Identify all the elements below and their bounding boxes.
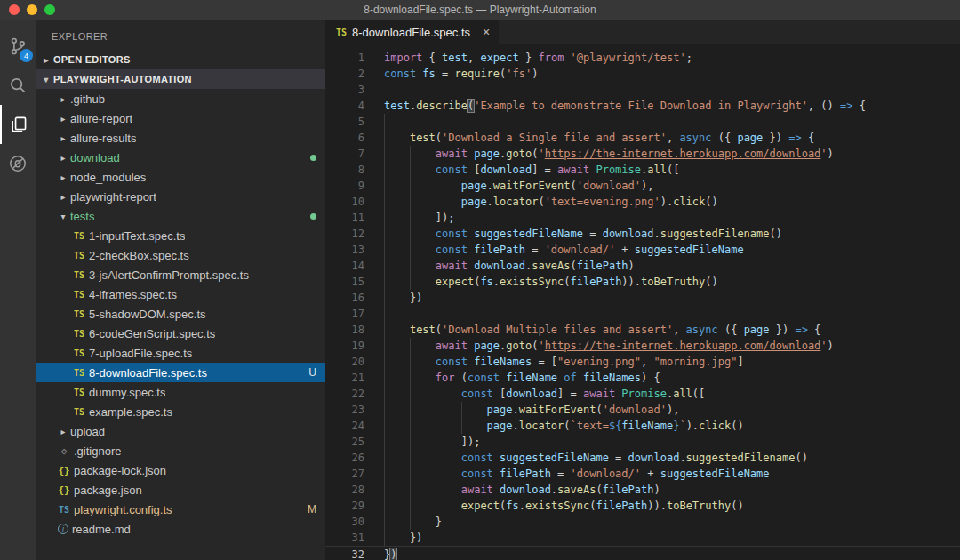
indent-guide bbox=[410, 514, 411, 530]
tree-item-allure-report[interactable]: ▸allure-report bbox=[36, 108, 325, 128]
tree-item-8-downloadfile-spec-ts[interactable]: TS8-downloadFile.spec.tsU bbox=[36, 363, 325, 382]
code-line-24[interactable]: 24 page.locator(`text=${fileName}`).clic… bbox=[325, 418, 960, 434]
code-line-25[interactable]: 25 ]); bbox=[325, 434, 960, 450]
tree-item-1-inputtext-spec-ts[interactable]: TS1-inputText.spec.ts bbox=[36, 226, 325, 245]
tree-item-3-jsalertconfirmprompt-spec-ts[interactable]: TS3-jsAlertConfirmPrompt.spec.ts bbox=[36, 265, 325, 284]
code-line-15[interactable]: 15 expect(fs.existsSync(filePath)).toBeT… bbox=[325, 274, 960, 290]
item-label: 4-iframes.spec.ts bbox=[89, 288, 177, 301]
indent-guide bbox=[384, 146, 385, 162]
line-content: const fs = require('fs') bbox=[384, 66, 960, 82]
code-line-16[interactable]: 16 }) bbox=[325, 290, 960, 306]
indent-guide bbox=[410, 242, 411, 258]
line-number: 15 bbox=[325, 274, 364, 290]
item-label: 3-jsAlertConfirmPrompt.spec.ts bbox=[89, 268, 249, 282]
code-line-32[interactable]: 32}) bbox=[325, 546, 960, 560]
line-content: await download.saveAs(filePath) bbox=[384, 482, 960, 498]
indent-guide bbox=[384, 274, 385, 290]
tree-item-node-modules[interactable]: ▸node_modules bbox=[36, 167, 325, 187]
tree-item-5-shadowdom-spec-ts[interactable]: TS5-shadowDOM.spec.ts bbox=[36, 304, 325, 324]
code-line-26[interactable]: 26 const suggestedFileName = download.su… bbox=[325, 450, 960, 466]
chevron-right-icon: ▸ bbox=[56, 94, 70, 104]
code-line-1[interactable]: 1import { test, expect } from '@playwrig… bbox=[325, 50, 960, 66]
code-line-21[interactable]: 21 for (const fileName of fileNames) { bbox=[325, 370, 960, 386]
indent-guide bbox=[384, 498, 385, 514]
source-control-icon[interactable]: 4 bbox=[0, 27, 36, 66]
line-content: page.locator('text=evening.png').click() bbox=[384, 194, 960, 210]
code-line-17[interactable]: 17 bbox=[325, 306, 960, 322]
close-window-button[interactable] bbox=[9, 4, 20, 15]
code-line-6[interactable]: 6 test('Download a Single file and asser… bbox=[325, 130, 960, 146]
tree-section-playwright-automation[interactable]: ▾PLAYWRIGHT-AUTOMATION bbox=[36, 69, 325, 89]
item-label: 8-downloadFile.spec.ts bbox=[89, 366, 207, 380]
code-line-4[interactable]: 4test.describe('Example to demonstrate F… bbox=[325, 98, 960, 114]
code-line-9[interactable]: 9 page.waitForEvent('download'), bbox=[325, 178, 960, 194]
tree-section-open-editors[interactable]: ▸OPEN EDITORS bbox=[36, 50, 325, 69]
tree-item-playwright-report[interactable]: ▸playwright-report bbox=[36, 187, 325, 206]
tree-item-readme-md[interactable]: ireadme.md bbox=[36, 519, 325, 539]
code-line-11[interactable]: 11 ]); bbox=[325, 210, 960, 226]
bug-disabled-icon[interactable] bbox=[0, 144, 36, 183]
tree-item-allure-results[interactable]: ▸allure-results bbox=[36, 128, 325, 148]
search-icon[interactable] bbox=[0, 66, 36, 105]
line-content: test('Download a Single file and assert'… bbox=[384, 130, 960, 146]
indent-guide bbox=[410, 418, 411, 434]
line-number: 17 bbox=[325, 306, 364, 322]
code-line-31[interactable]: 31 }) bbox=[325, 530, 960, 546]
tree-item-4-iframes-spec-ts[interactable]: TS4-iframes.spec.ts bbox=[36, 284, 325, 304]
line-content: }) bbox=[384, 530, 960, 546]
code-line-20[interactable]: 20 const fileNames = ["evening.png", "mo… bbox=[325, 354, 960, 370]
line-number: 24 bbox=[325, 418, 364, 434]
code-line-7[interactable]: 7 await page.goto('https://the-internet.… bbox=[325, 146, 960, 162]
code-line-10[interactable]: 10 page.locator('text=evening.png').clic… bbox=[325, 194, 960, 210]
code-line-22[interactable]: 22 const [download] = await Promise.all(… bbox=[325, 386, 960, 402]
code-line-14[interactable]: 14 await download.saveAs(filePath) bbox=[325, 258, 960, 274]
line-number: 22 bbox=[325, 386, 364, 402]
code-line-19[interactable]: 19 await page.goto('https://the-internet… bbox=[325, 338, 960, 354]
code-line-12[interactable]: 12 const suggestedFileName = download.su… bbox=[325, 226, 960, 242]
code-line-30[interactable]: 30 } bbox=[325, 514, 960, 530]
line-number: 2 bbox=[325, 66, 364, 82]
typescript-file-icon: TS bbox=[71, 231, 87, 241]
minimize-window-button[interactable] bbox=[27, 4, 37, 15]
code-line-2[interactable]: 2const fs = require('fs') bbox=[325, 66, 960, 82]
chevron-down-icon: ▾ bbox=[39, 75, 53, 84]
tree-item-playwright-config-ts[interactable]: TSplaywright.config.tsM bbox=[36, 500, 325, 519]
tree-item-download[interactable]: ▸download bbox=[36, 148, 325, 167]
tree-item-7-uploadfile-spec-ts[interactable]: TS7-uploadFile.spec.ts bbox=[36, 343, 325, 363]
code-line-13[interactable]: 13 const filePath = 'download/' + sugges… bbox=[325, 242, 960, 258]
tree-item-2-checkbox-spec-ts[interactable]: TS2-checkBox.spec.ts bbox=[36, 245, 325, 265]
zoom-window-button[interactable] bbox=[44, 4, 55, 15]
typescript-file-icon: TS bbox=[71, 329, 87, 339]
code-line-23[interactable]: 23 page.waitForEvent('download'), bbox=[325, 402, 960, 418]
line-number: 13 bbox=[325, 242, 364, 258]
code-line-5[interactable]: 5 bbox=[325, 114, 960, 130]
indent-guide bbox=[410, 338, 411, 354]
tree-item-tests[interactable]: ▾tests bbox=[36, 206, 325, 226]
tab-close-icon[interactable]: × bbox=[483, 25, 490, 39]
code-line-18[interactable]: 18 test('Download Multiple files and ass… bbox=[325, 322, 960, 338]
tree-item-dummy-spec-ts[interactable]: TSdummy.spec.ts bbox=[36, 382, 325, 402]
line-content: await download.saveAs(filePath) bbox=[384, 258, 960, 274]
tab-8-downloadfile[interactable]: TS 8-downloadFile.spec.ts × bbox=[325, 20, 499, 44]
code-line-29[interactable]: 29 expect(fs.existsSync(filePath)).toBeT… bbox=[325, 498, 960, 514]
tree-item-upload[interactable]: ▸upload bbox=[36, 421, 325, 441]
tree-item-example-spec-ts[interactable]: TSexample.spec.ts bbox=[36, 402, 325, 421]
tree-item-github[interactable]: ▸.github bbox=[36, 89, 325, 108]
tree-item-package-lock-json[interactable]: {}package-lock.json bbox=[36, 460, 325, 480]
line-number: 23 bbox=[325, 402, 364, 418]
code-line-8[interactable]: 8 const [download] = await Promise.all([ bbox=[325, 162, 960, 178]
tree-item-6-codegenscript-spec-ts[interactable]: TS6-codeGenScript.spec.ts bbox=[36, 324, 325, 343]
code-line-28[interactable]: 28 await download.saveAs(filePath) bbox=[325, 482, 960, 498]
code-editor[interactable]: 1import { test, expect } from '@playwrig… bbox=[325, 44, 960, 560]
tree-item-package-json[interactable]: {}package.json bbox=[36, 480, 325, 500]
indent-guide bbox=[384, 450, 385, 466]
tree-item-gitignore[interactable]: ◇.gitignore bbox=[36, 441, 325, 460]
indent-guide bbox=[410, 386, 411, 402]
code-line-27[interactable]: 27 const filePath = 'download/' + sugges… bbox=[325, 466, 960, 482]
line-number: 5 bbox=[325, 114, 364, 130]
indent-guide bbox=[410, 498, 411, 514]
code-line-3[interactable]: 3 bbox=[325, 82, 960, 98]
indent-guide bbox=[436, 194, 436, 210]
files-explorer-icon[interactable] bbox=[0, 105, 36, 144]
item-label: readme.md bbox=[72, 523, 131, 536]
